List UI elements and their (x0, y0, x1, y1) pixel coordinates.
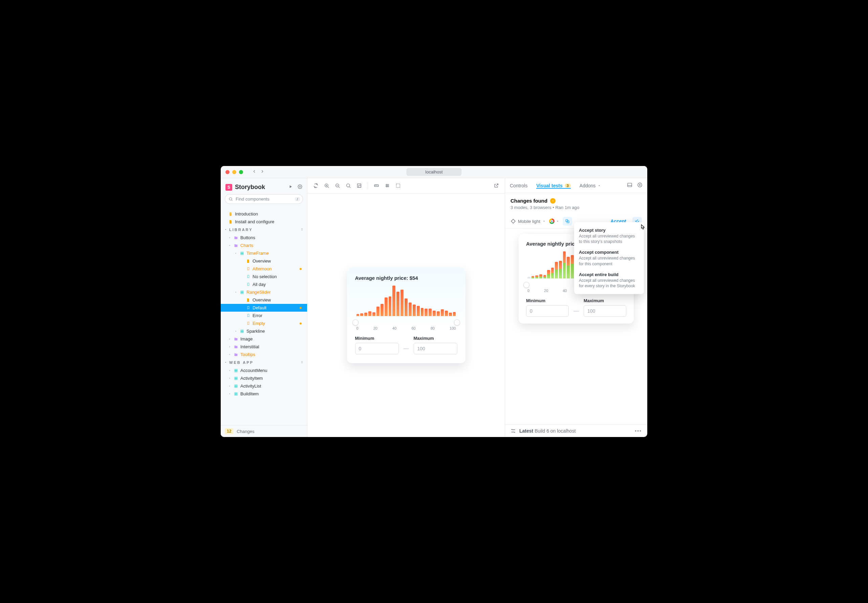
sidebar-item-sparkline[interactable]: Sparkline (221, 327, 307, 335)
bookmark-icon (246, 321, 251, 326)
zoom-out-icon[interactable] (333, 181, 342, 190)
close-panel-icon[interactable] (637, 182, 643, 189)
svg-rect-8 (241, 292, 242, 294)
svg-rect-25 (236, 386, 237, 388)
sidebar-item-charts[interactable]: Charts (221, 241, 307, 249)
min-label: Minimum (526, 298, 569, 303)
settings-gear-icon[interactable] (298, 184, 302, 190)
sidebar-item-install[interactable]: Install and configure (221, 218, 307, 226)
search-input[interactable]: Find components / (225, 194, 303, 204)
status-block: Changes found 3 modes, 3 browsers • Ran … (505, 193, 647, 214)
sidebar-item-label: Introduction (235, 211, 258, 216)
storybook-logo-icon: S (225, 184, 232, 191)
sidebar-item-builditem[interactable]: BuildItem (221, 390, 307, 398)
open-new-tab-icon[interactable] (491, 181, 501, 190)
browser-selector[interactable] (549, 218, 559, 224)
close-window-button[interactable] (225, 170, 230, 174)
sidebar-item-activityitem[interactable]: ActivityItem (221, 374, 307, 382)
tab-visual-tests[interactable]: Visual tests 3 (536, 183, 571, 189)
histogram-bar (559, 261, 562, 278)
min-input[interactable]: 0 (355, 343, 399, 354)
measure-icon[interactable] (372, 181, 382, 190)
sidebar-item-overview[interactable]: Overview (221, 257, 307, 265)
histogram-bar (396, 292, 399, 316)
story-widget: Average nightly price: $54 020406080100 … (347, 267, 466, 363)
viewport-icon[interactable] (354, 181, 364, 190)
back-button[interactable] (252, 169, 257, 175)
grid-icon[interactable] (382, 181, 392, 190)
diff-toggle-button[interactable] (563, 217, 572, 226)
sidebar-item-empty[interactable]: Empty (221, 320, 307, 327)
sidebar-item-activitylist[interactable]: ActivityList (221, 382, 307, 390)
sidebar-item-no-selection[interactable]: No selection (221, 273, 307, 280)
panel-layout-icon[interactable] (627, 182, 632, 189)
build-bar[interactable]: Latest Build 6 on localhost ••• (505, 424, 647, 437)
sidebar-item-tooltips[interactable]: Tooltips (221, 351, 307, 359)
range-max-handle[interactable] (454, 320, 460, 326)
section-header-webapp[interactable]: WEB APP (221, 359, 307, 366)
svg-rect-12 (241, 331, 242, 332)
brand[interactable]: S Storybook (225, 184, 265, 191)
address-bar[interactable]: localhost (406, 168, 461, 176)
zoom-reset-icon[interactable] (343, 181, 353, 190)
sidebar-item-afternoon[interactable]: Afternoon (221, 265, 307, 273)
build-more-icon[interactable]: ••• (635, 428, 642, 434)
section-sort-icon[interactable] (300, 360, 304, 365)
build-text: Build 6 on localhost (535, 428, 575, 434)
sidebar-item-label: RangeSlider (247, 290, 271, 295)
mode-selector[interactable]: Mobile light (510, 218, 546, 224)
max-input[interactable]: 100 (414, 343, 457, 354)
accept-story-option[interactable]: Accept story Accept all unreviewed chang… (574, 225, 644, 247)
dd-desc: Accept all unreviewed changes for this c… (579, 255, 639, 266)
sidebar-item-rangeslider[interactable]: RangeSlider (221, 288, 307, 296)
canvas-body: Average nightly price: $54 020406080100 … (307, 193, 505, 437)
histogram-bar (567, 257, 570, 278)
accept-build-option[interactable]: Accept entire build Accept all unreviewe… (574, 269, 644, 291)
zoom-in-icon[interactable] (322, 181, 332, 190)
minimize-window-button[interactable] (232, 170, 236, 174)
axis-tick: 20 (373, 326, 378, 330)
range-min-handle[interactable] (352, 320, 359, 326)
bookmark-icon (246, 282, 251, 287)
forward-button[interactable] (260, 169, 265, 175)
browser-nav (252, 169, 265, 175)
sidebar-item-image[interactable]: Image (221, 335, 307, 343)
caret-icon (228, 236, 231, 240)
svg-rect-34 (359, 185, 361, 188)
section-sort-icon[interactable] (300, 228, 304, 232)
tab-controls[interactable]: Controls (510, 183, 527, 189)
sidebar-item-label: Interstitial (241, 344, 259, 349)
tab-label: Controls (510, 183, 527, 189)
sidebar-item-timeframe[interactable]: TimeFrame (221, 249, 307, 257)
axis-labels: 020406080100 (355, 326, 457, 330)
sidebar-item-label: Buttons (241, 235, 255, 240)
section-header-library[interactable]: LIBRARY (221, 226, 307, 234)
max-input[interactable]: 100 (584, 305, 626, 317)
dd-desc: Accept all unreviewed changes for every … (579, 278, 639, 289)
sidebar-item-accountmenu[interactable]: AccountMenu (221, 366, 307, 374)
sidebar-item-overview[interactable]: Overview (221, 296, 307, 304)
sidebar-footer[interactable]: 12 Changes (221, 425, 307, 437)
caret-icon (228, 377, 231, 380)
run-button-icon[interactable] (288, 184, 293, 190)
range-dash: — (574, 308, 579, 317)
histogram-chart (355, 286, 457, 323)
svg-rect-17 (236, 371, 237, 372)
sidebar-item-buttons[interactable]: Buttons (221, 234, 307, 241)
min-input[interactable]: 0 (526, 305, 569, 317)
accept-component-option[interactable]: Accept component Accept all unreviewed c… (574, 247, 644, 269)
maximize-window-button[interactable] (239, 170, 243, 174)
sidebar-item-error[interactable]: Error (221, 312, 307, 320)
chevron-down-icon (598, 184, 601, 187)
rerun-icon[interactable] (311, 181, 321, 190)
sidebar-item-all-day[interactable]: All day (221, 280, 307, 288)
svg-rect-9 (242, 292, 244, 294)
sidebar-item-introduction[interactable]: Introduction (221, 210, 307, 218)
status-subtext: 3 modes, 3 browsers • Ran 1m ago (510, 205, 642, 210)
addons-tabs: Controls Visual tests 3 Addons (505, 178, 647, 193)
sidebar-item-interstitial[interactable]: Interstitial (221, 343, 307, 351)
outline-icon[interactable] (393, 181, 403, 190)
sidebar-item-default[interactable]: Default (221, 304, 307, 312)
range-min-handle[interactable] (523, 282, 529, 288)
tab-addons[interactable]: Addons (580, 183, 601, 189)
